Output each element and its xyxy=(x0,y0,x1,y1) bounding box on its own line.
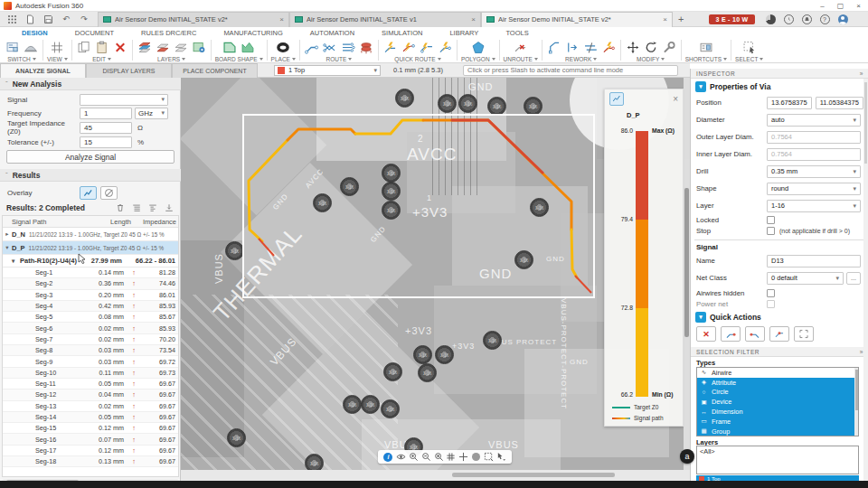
segment-row[interactable]: Seg-9 0.03 mm ↑ 69.72 xyxy=(3,356,178,367)
menu-item[interactable]: RULES DRC/ERC xyxy=(139,28,198,38)
airwire[interactable] xyxy=(575,276,591,293)
segment-row[interactable]: Seg-8 0.03 mm ↑ 73.54 xyxy=(3,345,178,356)
ribbon-group-label[interactable]: PLACE xyxy=(271,56,296,62)
signal-path-segment-low[interactable] xyxy=(249,140,288,241)
route-wire-button[interactable] xyxy=(304,40,320,55)
save-button[interactable] xyxy=(42,14,54,25)
expand-caret-icon[interactable]: ▾ xyxy=(3,244,12,251)
zoom-in-button[interactable] xyxy=(409,452,419,462)
document-tab[interactable]: Air Sensor Demo INITIAL_STATE v2* × xyxy=(481,12,673,27)
section-caret-button[interactable]: ▾ xyxy=(695,81,706,92)
zoom-out-button[interactable] xyxy=(421,452,431,462)
segment-row[interactable]: Seg-15 0.12 mm ↑ 69.67 xyxy=(3,423,178,434)
ripup-to-target-button[interactable] xyxy=(745,326,765,342)
ripup-to-source-button[interactable] xyxy=(721,326,741,342)
segment-row[interactable]: Seg-11 0.05 mm ↑ 69.67 xyxy=(3,379,178,389)
route-differential-button[interactable] xyxy=(322,40,338,55)
position-y-input[interactable]: 11.05384375 xyxy=(816,97,863,109)
rework-quick-button[interactable] xyxy=(600,40,617,55)
stop-checkbox[interactable] xyxy=(767,227,775,235)
type-row[interactable]: ▦ Group xyxy=(697,427,858,436)
errors-warnings-badge[interactable]: 3 E - 10 W xyxy=(709,14,754,24)
job-status-icon[interactable] xyxy=(766,14,776,24)
canvas-vscrollbar[interactable] xyxy=(684,78,690,470)
signal-name-input[interactable]: D13 xyxy=(767,255,861,267)
wrench-button[interactable] xyxy=(661,40,677,55)
delete-signal-button[interactable]: ✕ xyxy=(696,326,716,342)
ribbon-group-label[interactable]: EDIT xyxy=(92,56,111,62)
pointer-mode-button[interactable] xyxy=(496,452,506,462)
maximize-button[interactable]: ▢ xyxy=(837,2,844,10)
board-canvas[interactable]: GND2AVCC1+3V3GND+3V3VBUS PROTECT+3V3GNDG… xyxy=(181,78,690,481)
ribbon-group-label[interactable]: LAYERS xyxy=(157,56,185,62)
menu-item[interactable]: AUTOMATION xyxy=(308,28,356,38)
layers-set-button[interactable] xyxy=(173,40,189,55)
types-vscrollbar[interactable] xyxy=(854,368,859,436)
unroute-button[interactable] xyxy=(513,40,529,55)
ripup-segment-button[interactable] xyxy=(769,326,789,342)
shortcuts-button[interactable] xyxy=(698,40,714,55)
net-class-select[interactable]: 0 default▾ xyxy=(767,272,844,285)
layers-stack-button[interactable] xyxy=(137,40,153,55)
analyze-signal-button[interactable]: Analyze Signal xyxy=(6,150,175,164)
ribbon-group-label[interactable]: QUICK ROUTE xyxy=(394,56,440,62)
copy-button[interactable] xyxy=(76,40,92,55)
frequency-unit-select[interactable]: GHz▾ xyxy=(135,108,168,119)
board-outline-button[interactable] xyxy=(222,40,238,55)
segment-row[interactable]: Seg-10 0.11 mm ↑ 69.73 xyxy=(3,368,178,379)
type-row[interactable]: ▭ Frame xyxy=(697,417,858,427)
type-row[interactable]: ∿ Airwire xyxy=(697,368,858,378)
scroll-thumb[interactable] xyxy=(684,188,689,337)
menu-item[interactable]: SIMULATION xyxy=(380,28,424,38)
power-net-checkbox[interactable] xyxy=(767,300,775,308)
document-tab[interactable]: Air Sensor Demo INITIAL_STATE v2* × xyxy=(98,12,289,27)
canvas-hscrollbar[interactable] xyxy=(181,470,690,481)
signal-path-segment-low[interactable] xyxy=(355,120,423,134)
section-caret-button[interactable]: ▾ xyxy=(695,312,706,323)
minimize-button[interactable]: – xyxy=(820,2,824,10)
paste-button[interactable] xyxy=(94,40,110,55)
file-menu-button[interactable] xyxy=(24,14,36,25)
drill-select[interactable]: 0.35 mm▾ xyxy=(767,165,861,178)
segment-row[interactable]: Seg-3 0.20 mm ↑ 86.01 xyxy=(3,290,178,301)
redo-button[interactable]: ↷ xyxy=(78,14,90,25)
grid-toggle-button[interactable] xyxy=(446,452,456,462)
airwire[interactable] xyxy=(259,239,274,256)
polygon-button[interactable] xyxy=(470,40,486,55)
quick-route-multi-button[interactable] xyxy=(419,40,435,55)
rework-align-button[interactable] xyxy=(582,40,599,55)
scroll-thumb[interactable] xyxy=(452,473,615,477)
ribbon-group-label[interactable]: MODIFY xyxy=(637,56,665,62)
delete-results-icon[interactable] xyxy=(116,203,125,212)
segment-row[interactable]: Seg-6 0.02 mm ↑ 85.93 xyxy=(3,323,178,333)
layer-settings-button[interactable] xyxy=(191,40,207,55)
position-x-input[interactable]: 13.6758375 xyxy=(767,97,812,109)
select-button[interactable] xyxy=(741,40,758,55)
result-group-row[interactable]: ▸ D_N 11/21/2022 13:19 - 1.00GHz, Target… xyxy=(3,228,178,241)
assistant-button[interactable]: a xyxy=(680,449,694,464)
shape-select[interactable]: round▾ xyxy=(767,183,861,195)
quick-route-pair-button[interactable] xyxy=(401,40,417,55)
tab-close-icon[interactable]: × xyxy=(279,15,284,23)
panel-tab[interactable]: PLACE COMPONENT xyxy=(172,63,258,78)
board-chart-button[interactable] xyxy=(240,40,256,55)
notifications-icon[interactable] xyxy=(802,14,812,24)
airwires-hidden-checkbox[interactable] xyxy=(767,289,775,297)
new-tab-button[interactable]: + xyxy=(678,14,684,24)
results-header[interactable]: ˇ Results xyxy=(0,169,181,182)
segment-row[interactable]: Seg-1 0.14 mm ↑ 81.28 xyxy=(3,267,178,278)
route-multi-button[interactable] xyxy=(340,40,356,55)
menu-item[interactable]: DESIGN xyxy=(20,28,50,38)
scroll-thumb[interactable] xyxy=(864,82,867,164)
collapse-panel-icon[interactable]: » xyxy=(860,70,863,77)
quick-route-button[interactable] xyxy=(382,40,399,55)
segment-row[interactable]: Seg-17 0.12 mm ↑ 69.67 xyxy=(3,446,178,456)
menu-item[interactable]: TOOLS xyxy=(504,28,530,38)
undo-button[interactable]: ↶ xyxy=(60,14,72,25)
type-row[interactable]: ▣ Device xyxy=(697,397,858,407)
segment-row[interactable]: Seg-5 0.08 mm ↑ 85.67 xyxy=(3,312,178,323)
legend-chart-button[interactable] xyxy=(609,92,624,106)
segment-row[interactable]: Seg-14 0.05 mm ↑ 69.67 xyxy=(3,412,178,423)
overlay-on-button[interactable] xyxy=(80,186,97,200)
delete-button[interactable] xyxy=(112,40,128,55)
